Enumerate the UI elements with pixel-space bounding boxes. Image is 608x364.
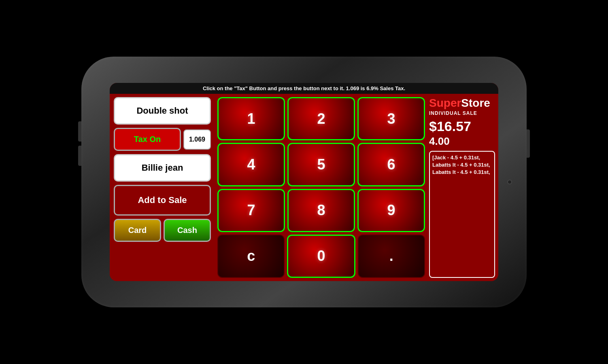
hint-bar: Click on the "Tax" Button and press the …: [110, 83, 498, 94]
tax-on-button[interactable]: Tax On: [114, 128, 181, 151]
num-7-button[interactable]: 7: [217, 189, 285, 232]
num-6-button[interactable]: 6: [357, 143, 425, 186]
numpad-row-2: 4 5 6: [217, 143, 425, 186]
double-shot-button[interactable]: Double shot: [114, 97, 211, 125]
billie-jean-button[interactable]: Billie jean: [114, 154, 211, 182]
num-2-button[interactable]: 2: [287, 97, 355, 140]
num-0-button[interactable]: 0: [287, 235, 355, 278]
power-button[interactable]: [527, 129, 530, 158]
num-4-button[interactable]: 4: [217, 143, 285, 186]
numpad-area: 1 2 3 4 5 6: [215, 94, 427, 281]
add-to-sale-button[interactable]: Add to Sale: [114, 185, 211, 216]
vol-down-button[interactable]: [78, 146, 81, 166]
num-5-button[interactable]: 5: [287, 143, 355, 186]
cash-button[interactable]: Cash: [164, 219, 211, 242]
num-9-button[interactable]: 9: [357, 189, 425, 232]
card-button[interactable]: Card: [114, 219, 161, 242]
numpad-row-1: 1 2 3: [217, 97, 425, 140]
decimal-button[interactable]: .: [358, 235, 425, 278]
tax-row: Tax On 1.069: [114, 128, 211, 151]
numpad-row-3: 7 8 9: [217, 189, 425, 232]
phone-screen: Click on the "Tax" Button and press the …: [110, 83, 498, 281]
camera-icon: [507, 180, 512, 184]
bottom-buttons: Card Cash: [114, 219, 211, 242]
phone-device: Click on the "Tax" Button and press the …: [81, 57, 527, 307]
num-1-button[interactable]: 1: [217, 97, 285, 140]
brand-name: SuperStore: [429, 97, 495, 110]
brand-store: Store: [461, 97, 490, 109]
tax-value-display: 1.069: [183, 129, 211, 150]
num-3-button[interactable]: 3: [357, 97, 425, 140]
price-main-display: $16.57: [429, 119, 495, 134]
numpad-row-4: c 0 .: [217, 235, 425, 278]
brand-super: Super: [429, 97, 461, 109]
hint-text: Click on the "Tax" Button and press the …: [203, 85, 405, 91]
price-sub-display: 4.00: [429, 135, 495, 148]
vol-up-button[interactable]: [78, 121, 81, 142]
left-panel: Double shot Tax On 1.069 Billie jean Add…: [110, 94, 215, 281]
right-panel: SuperStore INDIVIDUAL SALE $16.57 4.00 […: [427, 94, 498, 281]
num-8-button[interactable]: 8: [287, 189, 355, 232]
clear-button[interactable]: c: [217, 235, 285, 278]
individual-sale-label: INDIVIDUAL SALE: [429, 110, 495, 116]
order-list: [Jack - 4.5 + 0.31st, Labatts lt - 4.5 +…: [429, 151, 495, 278]
main-area: Double shot Tax On 1.069 Billie jean Add…: [110, 94, 498, 281]
